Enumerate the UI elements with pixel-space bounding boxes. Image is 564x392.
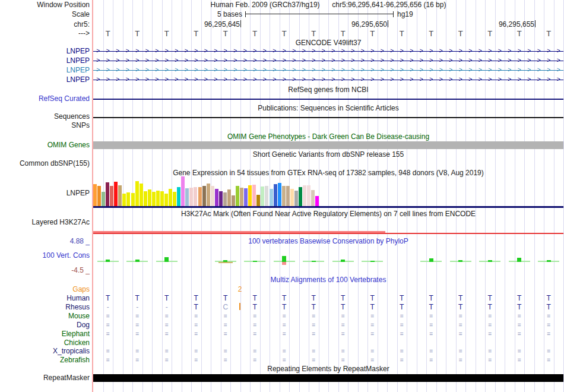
base-letter: T [123, 30, 153, 38]
gtex-bar[interactable] [278, 183, 281, 207]
gtex-bar[interactable] [303, 185, 306, 207]
gtex-bar[interactable] [202, 186, 206, 207]
gtex-bar[interactable] [256, 195, 260, 207]
strand-arrow-icon: > [446, 56, 456, 65]
strand-arrow-icon: > [348, 56, 358, 65]
gtex-bar[interactable] [164, 194, 168, 207]
gtex-bar[interactable] [131, 193, 135, 207]
h3k27ac-signal-line[interactable] [93, 233, 563, 234]
gtex-bar[interactable] [181, 176, 185, 207]
gtex-bar[interactable] [156, 191, 160, 207]
gtex-bar[interactable] [97, 186, 101, 207]
gtex-bar[interactable] [215, 189, 218, 207]
gtex-bar[interactable] [93, 184, 97, 207]
strand-arrow-icon: > [338, 75, 348, 84]
gtex-gene-model-line[interactable] [93, 206, 563, 208]
strand-arrow-icon: > [211, 56, 221, 65]
gene-label[interactable]: LNPEP [0, 67, 90, 74]
strand-arrow-label[interactable]: ---> [0, 30, 90, 37]
cons-positive-bar [253, 261, 257, 262]
gtex-bar[interactable] [290, 189, 294, 207]
gene-label[interactable]: LNPEP [0, 76, 90, 84]
gtex-bar[interactable] [122, 194, 126, 207]
gtex-bar[interactable] [135, 181, 139, 207]
strand-arrow-icon: > [338, 47, 348, 55]
strand-arrow-icon: > [103, 47, 113, 55]
gtex-bar[interactable] [294, 191, 298, 207]
gtex-bar[interactable] [102, 192, 105, 207]
omim-genes-label[interactable]: OMIM Genes [0, 141, 90, 149]
species-label[interactable]: Rhesus [0, 304, 90, 311]
dbsnp-track-title: Short Genetic Variants from dbSNP releas… [93, 151, 563, 159]
strand-arrow-icon: > [524, 47, 534, 55]
species-label[interactable]: Mouse [0, 312, 90, 320]
publications-item-line[interactable] [93, 117, 563, 118]
coord-tick [535, 20, 536, 27]
gtex-bar[interactable] [185, 188, 189, 207]
gtex-bar[interactable] [106, 182, 109, 207]
gtex-bar[interactable] [118, 185, 122, 207]
species-label[interactable]: Dog [0, 321, 90, 329]
gtex-bar[interactable] [160, 191, 164, 207]
gtex-bar[interactable] [148, 189, 151, 207]
gtex-bar[interactable] [223, 192, 227, 207]
gtex-bar[interactable] [189, 188, 193, 207]
gtex-bar[interactable] [274, 184, 277, 207]
gene-label[interactable]: LNPEP [0, 48, 90, 55]
align-cell: T [328, 304, 358, 311]
snps-label[interactable]: SNPs [0, 122, 90, 129]
gtex-bar[interactable] [261, 186, 264, 207]
gtex-bar[interactable] [311, 190, 315, 207]
cons-track-label[interactable]: 100 Vert. Cons [0, 252, 90, 260]
refseq-curated-label[interactable]: RefSeq Curated [0, 95, 90, 103]
align-cell: = [417, 330, 446, 338]
gtex-bar[interactable] [173, 192, 176, 207]
gtex-gene-label[interactable]: LNPEP [0, 189, 90, 197]
gtex-bar[interactable] [244, 188, 248, 207]
gaps-row-label[interactable]: Gaps [0, 286, 90, 293]
gtex-bar[interactable] [126, 192, 130, 207]
align-cell: T [211, 295, 240, 302]
gtex-bar[interactable] [236, 186, 239, 207]
strand-arrow-icon: > [123, 47, 133, 55]
gtex-bar[interactable] [194, 187, 197, 207]
species-label[interactable]: Elephant [0, 330, 90, 338]
gtex-bar[interactable] [299, 187, 302, 207]
gtex-bar[interactable] [270, 189, 273, 207]
common-dbsnp-label[interactable]: Common dbSNP(155) [0, 160, 90, 167]
gtex-bar[interactable] [232, 195, 235, 207]
sequences-label[interactable]: Sequences [0, 113, 90, 121]
gtex-bar[interactable] [227, 189, 231, 207]
gtex-bar[interactable] [286, 186, 290, 207]
species-label[interactable]: X_tropicalis [0, 347, 90, 355]
gtex-bar[interactable] [114, 182, 118, 207]
gtex-bar[interactable] [207, 184, 210, 207]
gtex-bar[interactable] [152, 192, 156, 207]
species-label[interactable]: Zebrafish [0, 356, 90, 364]
gtex-bar[interactable] [265, 186, 268, 207]
gtex-bar[interactable] [198, 187, 202, 207]
align-cell: - [152, 304, 182, 311]
omim-gene-bar[interactable] [93, 141, 563, 149]
gtex-bar[interactable] [315, 196, 319, 207]
gtex-bar[interactable] [240, 188, 243, 207]
repeatmasker-label[interactable]: RepeatMasker [0, 374, 90, 382]
repeatmasker-element-bar[interactable] [93, 374, 563, 382]
align-cell: T [182, 304, 211, 311]
gtex-bar[interactable] [140, 184, 143, 207]
gtex-bar[interactable] [282, 186, 286, 207]
gtex-bar[interactable] [110, 186, 113, 207]
gtex-bar[interactable] [211, 186, 214, 207]
gene-label[interactable]: LNPEP [0, 57, 90, 65]
gtex-bar[interactable] [248, 185, 252, 207]
species-label[interactable]: Human [0, 295, 90, 302]
gtex-bar[interactable] [219, 191, 223, 207]
gtex-bar[interactable] [307, 185, 310, 207]
layered-h3k27ac-label[interactable]: Layered H3K27Ac [0, 219, 90, 226]
gtex-bar[interactable] [252, 185, 256, 207]
species-label[interactable]: Chicken [0, 339, 90, 347]
gtex-bar[interactable] [177, 187, 180, 207]
gtex-bar[interactable] [169, 189, 172, 207]
refseq-gene-line[interactable] [93, 99, 563, 100]
gtex-bar[interactable] [144, 191, 147, 207]
